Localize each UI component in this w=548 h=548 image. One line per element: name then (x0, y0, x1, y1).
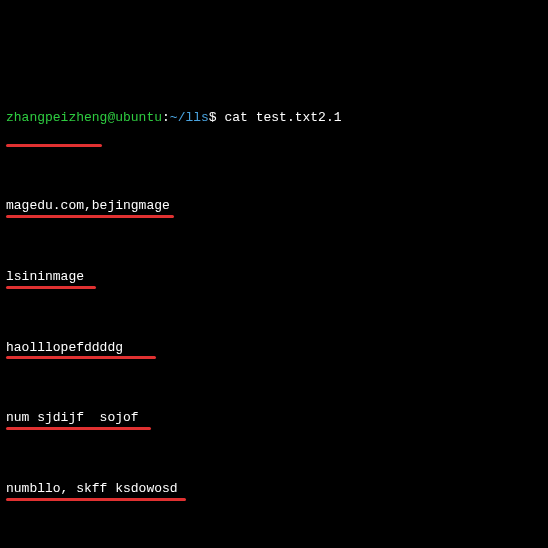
output-line: lsininmage (6, 268, 542, 286)
annotation-underline (6, 215, 174, 218)
output-line: magedu.com,bejingmage (6, 197, 542, 215)
prompt-userhost: zhangpeizheng@ubuntu (6, 110, 162, 125)
annotation-underline (6, 286, 96, 289)
command-cat[interactable]: cat test.txt2.1 (224, 110, 341, 125)
blank-line (6, 374, 542, 392)
output-line: num sjdijf sojof (6, 409, 542, 427)
blank-line (6, 444, 542, 462)
prompt-line-1: zhangpeizheng@ubuntu:~/lls$ cat test.txt… (6, 92, 542, 145)
output-line: numbllo, skff ksdowosd (6, 480, 542, 498)
annotation-underline (6, 144, 102, 147)
output-line: haolllopefddddg (6, 339, 542, 357)
blank-line (6, 515, 542, 533)
blank-line (6, 162, 542, 180)
prompt-path: ~/lls (170, 110, 209, 125)
blank-line (6, 233, 542, 251)
annotation-underline (6, 498, 186, 501)
blank-line (6, 303, 542, 321)
annotation-underline (6, 356, 156, 359)
annotation-underline (6, 427, 151, 430)
